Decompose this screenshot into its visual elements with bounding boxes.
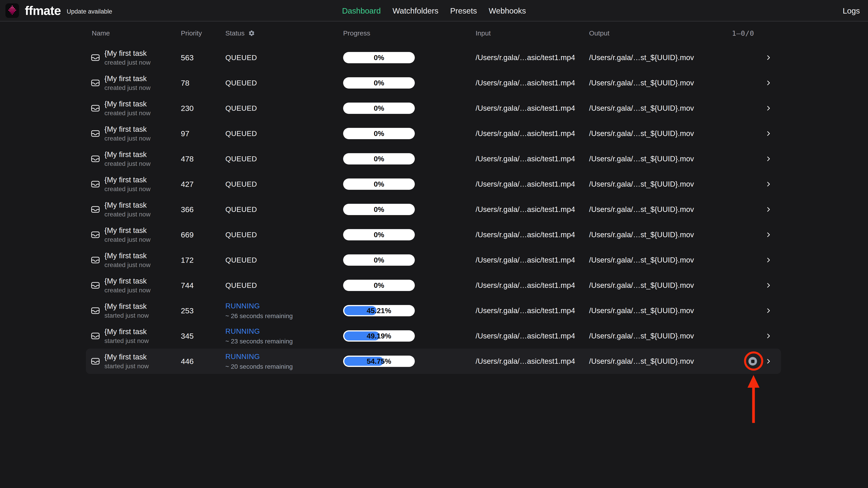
table-header-row: Name Priority Status Progress Input Outp… — [86, 22, 781, 45]
table-row[interactable]: {My first task started just now 253 RUNN… — [86, 298, 781, 323]
table-row[interactable]: {My first task created just now 744 QUEU… — [86, 273, 781, 298]
task-name: {My first task — [104, 327, 149, 336]
task-output-path: /Users/r.gala/…st_${UUID}.mov — [589, 357, 732, 365]
task-name: {My first task — [104, 100, 151, 108]
task-input-path: /Users/r.gala/…asic/test1.mp4 — [475, 129, 589, 138]
task-name: {My first task — [104, 150, 151, 159]
stop-button[interactable] — [748, 357, 757, 365]
progress-label: 54.75% — [343, 356, 415, 367]
progress-label: 0% — [343, 178, 415, 190]
nav-logs[interactable]: Logs — [843, 0, 860, 22]
status-filter-gear-icon[interactable] — [248, 30, 255, 37]
inbox-icon — [90, 306, 100, 316]
chevron-right-icon[interactable] — [765, 54, 772, 61]
task-output-path: /Users/r.gala/…st_${UUID}.mov — [589, 230, 732, 239]
chevron-right-icon[interactable] — [765, 256, 772, 264]
chevron-right-icon[interactable] — [765, 104, 772, 112]
task-priority: 366 — [181, 205, 225, 214]
task-subtitle: started just now — [104, 337, 149, 345]
chevron-right-icon[interactable] — [765, 180, 772, 188]
task-subtitle: created just now — [104, 59, 151, 66]
table-row[interactable]: {My first task created just now 78 QUEUE… — [86, 70, 781, 96]
inbox-icon — [90, 154, 100, 164]
task-status-detail: ~ 26 seconds remaining — [225, 313, 343, 320]
progress-label: 0% — [343, 280, 415, 291]
task-name: {My first task — [104, 49, 151, 58]
table-row[interactable]: {My first task created just now 230 QUEU… — [86, 96, 781, 121]
progress-bar: 0% — [343, 77, 415, 89]
chevron-right-icon[interactable] — [765, 357, 772, 365]
table-row[interactable]: {My first task created just now 97 QUEUE… — [86, 121, 781, 146]
column-header-input: Input — [475, 29, 589, 37]
task-subtitle: created just now — [104, 236, 151, 243]
table-row[interactable]: {My first task created just now 478 QUEU… — [86, 146, 781, 171]
chevron-right-icon[interactable] — [765, 205, 772, 213]
chevron-right-icon[interactable] — [765, 79, 772, 87]
task-subtitle: created just now — [104, 186, 151, 193]
inbox-icon — [90, 356, 100, 366]
progress-label: 0% — [343, 229, 415, 240]
chevron-right-icon[interactable] — [765, 231, 772, 238]
table-row[interactable]: {My first task created just now 427 QUEU… — [86, 171, 781, 197]
nav-presets[interactable]: Presets — [450, 6, 477, 15]
task-name: {My first task — [104, 175, 151, 184]
task-name: {My first task — [104, 74, 151, 83]
stop-square-icon — [751, 360, 754, 363]
task-name: {My first task — [104, 353, 149, 361]
progress-bar: 0% — [343, 204, 415, 215]
inbox-icon — [90, 255, 100, 265]
nav-watchfolders[interactable]: Watchfolders — [393, 6, 438, 15]
task-priority: 446 — [181, 357, 225, 366]
progress-label: 0% — [343, 153, 415, 164]
task-input-path: /Users/r.gala/…asic/test1.mp4 — [475, 281, 589, 290]
update-available-link[interactable]: Update available — [67, 8, 112, 15]
task-table: Name Priority Status Progress Input Outp… — [86, 22, 781, 374]
progress-bar: 0% — [343, 103, 415, 114]
column-header-progress: Progress — [343, 29, 475, 37]
chevron-right-icon[interactable] — [765, 307, 772, 315]
inbox-icon — [90, 204, 100, 215]
task-priority: 427 — [181, 180, 225, 189]
task-name: {My first task — [104, 252, 151, 260]
inbox-icon — [90, 179, 100, 189]
task-output-path: /Users/r.gala/…st_${UUID}.mov — [589, 205, 732, 214]
progress-bar: 0% — [343, 280, 415, 291]
chevron-right-icon[interactable] — [765, 155, 772, 163]
task-priority: 345 — [181, 332, 225, 340]
task-status: RUNNING — [225, 352, 343, 361]
nav-webhooks[interactable]: Webhooks — [489, 6, 526, 15]
task-output-path: /Users/r.gala/…st_${UUID}.mov — [589, 256, 732, 264]
chevron-right-icon[interactable] — [765, 332, 772, 340]
table-row[interactable]: {My first task started just now 345 RUNN… — [86, 323, 781, 349]
task-input-path: /Users/r.gala/…asic/test1.mp4 — [475, 332, 589, 340]
task-subtitle: created just now — [104, 211, 151, 218]
task-output-path: /Users/r.gala/…st_${UUID}.mov — [589, 53, 732, 62]
brand-title: ffmate — [25, 3, 61, 18]
progress-bar: 0% — [343, 229, 415, 240]
ffmate-logo[interactable] — [5, 3, 19, 18]
task-input-path: /Users/r.gala/…asic/test1.mp4 — [475, 306, 589, 315]
table-row[interactable]: {My first task created just now 669 QUEU… — [86, 222, 781, 248]
chevron-right-icon[interactable] — [765, 130, 772, 137]
task-output-path: /Users/r.gala/…st_${UUID}.mov — [589, 78, 732, 87]
task-status: QUEUED — [225, 256, 343, 264]
task-status: QUEUED — [225, 180, 343, 188]
task-status: RUNNING — [225, 327, 343, 335]
progress-bar: 49.19% — [343, 330, 415, 341]
progress-label: 0% — [343, 103, 415, 114]
table-row[interactable]: {My first task created just now 366 QUEU… — [86, 197, 781, 222]
task-status: QUEUED — [225, 205, 343, 214]
table-row[interactable]: {My first task started just now 446 RUNN… — [86, 349, 781, 374]
task-output-path: /Users/r.gala/…st_${UUID}.mov — [589, 155, 732, 163]
task-table-body: {My first task created just now 563 QUEU… — [86, 45, 781, 374]
progress-label: 0% — [343, 204, 415, 215]
table-row[interactable]: {My first task created just now 563 QUEU… — [86, 45, 781, 70]
table-row[interactable]: {My first task created just now 172 QUEU… — [86, 248, 781, 273]
task-input-path: /Users/r.gala/…asic/test1.mp4 — [475, 256, 589, 264]
task-subtitle: created just now — [104, 84, 151, 92]
task-input-path: /Users/r.gala/…asic/test1.mp4 — [475, 357, 589, 365]
task-status: RUNNING — [225, 302, 343, 310]
task-subtitle: started just now — [104, 363, 149, 370]
nav-dashboard[interactable]: Dashboard — [342, 6, 381, 15]
chevron-right-icon[interactable] — [765, 282, 772, 289]
